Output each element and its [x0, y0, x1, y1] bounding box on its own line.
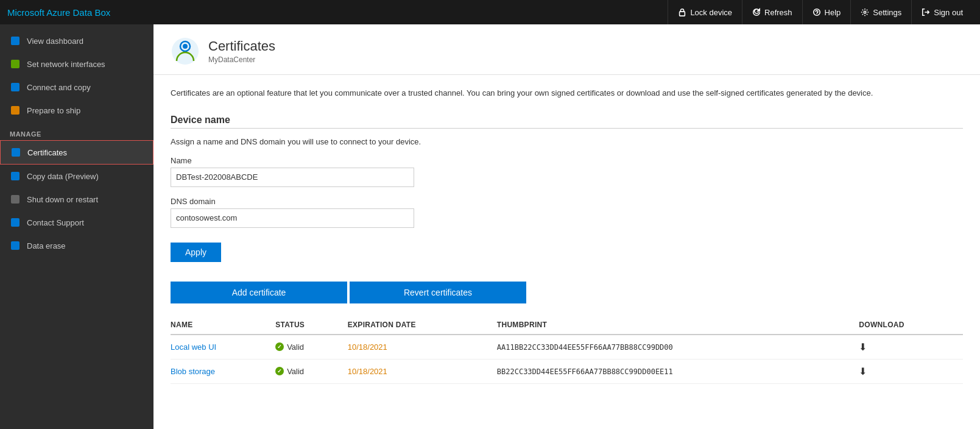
manage-section-label: MANAGE — [0, 122, 153, 140]
col-header-status: STATUS — [275, 316, 348, 335]
dns-input[interactable] — [171, 208, 414, 228]
status-text: Valid — [287, 342, 304, 352]
col-header-name: NAME — [171, 316, 275, 335]
sidebar-item-shutdown[interactable]: Shut down or restart — [0, 188, 153, 211]
help-button[interactable]: Help — [803, 0, 851, 24]
svg-point-5 — [183, 44, 188, 49]
sidebar-item-data-erase[interactable]: Data erase — [0, 234, 153, 257]
connect-icon — [10, 82, 21, 93]
col-header-expiry: EXPIRATION DATE — [348, 316, 497, 335]
page-title: Certificates — [208, 38, 275, 54]
page-description: Certificates are an optional feature tha… — [171, 87, 901, 100]
signout-button[interactable]: Sign out — [912, 0, 973, 24]
cert-thumbprint-cell: AA11BB22CC33DD44EE55FF66AA77BB88CC99DD00 — [497, 335, 859, 360]
page-icon — [171, 37, 200, 66]
table-row: Blob storage Valid 10/18/2021 BB22CC33DD… — [171, 359, 963, 383]
cert-expiry-cell: 10/18/2021 — [348, 335, 497, 360]
sidebar-item-connect-copy[interactable]: Connect and copy — [0, 76, 153, 99]
topbar-actions: Lock device Refresh Help Settings Sign o… — [668, 0, 973, 24]
device-name-subtitle: Assign a name and DNS domain you will us… — [171, 137, 963, 146]
revert-certificates-button[interactable]: Revert certificates — [350, 282, 526, 303]
download-button[interactable]: ⬇ — [859, 342, 867, 352]
cert-download-cell: ⬇ — [859, 359, 963, 383]
sidebar: View dashboard Set network interfaces Co… — [0, 24, 153, 429]
thumbprint-value: AA11BB22CC33DD44EE55FF66AA77BB88CC99DD00 — [497, 343, 673, 352]
cert-expiry-cell: 10/18/2021 — [348, 359, 497, 383]
sidebar-item-certificates[interactable]: Certificates — [0, 140, 153, 165]
erase-icon — [10, 240, 21, 251]
apply-button[interactable]: Apply — [171, 243, 221, 262]
name-label: Name — [171, 156, 963, 165]
name-input[interactable] — [171, 168, 414, 187]
cert-thumbprint-cell: BB22CC33DD44EE55FF66AA77BB88CC99DD00EE11 — [497, 359, 859, 383]
cert-actions: Add certificate Revert certificates — [171, 282, 963, 303]
sidebar-item-view-dashboard[interactable]: View dashboard — [0, 29, 153, 52]
section-divider — [171, 128, 963, 129]
cert-icon — [10, 147, 21, 158]
dns-field-group: DNS domain — [171, 197, 963, 228]
expiry-date: 10/18/2021 — [348, 342, 387, 352]
download-button[interactable]: ⬇ — [859, 366, 867, 377]
svg-rect-0 — [680, 12, 685, 16]
page-title-group: Certificates MyDataCenter — [208, 38, 275, 64]
status-text: Valid — [287, 367, 304, 376]
table-row: Local web UI Valid 10/18/2021 AA11BB22CC… — [171, 335, 963, 360]
name-field-group: Name — [171, 156, 963, 187]
certificates-table: NAME STATUS EXPIRATION DATE THUMBPRINT D… — [171, 316, 963, 384]
dashboard-icon — [10, 35, 21, 46]
svg-point-1 — [813, 9, 820, 16]
cert-name-link[interactable]: Local web UI — [171, 342, 216, 352]
cert-status-cell: Valid — [275, 359, 348, 383]
device-name-section: Device name Assign a name and DNS domain… — [171, 115, 963, 282]
status-dot — [275, 367, 284, 375]
ship-icon — [10, 105, 21, 116]
page-subtitle: MyDataCenter — [208, 55, 275, 64]
main-layout: View dashboard Set network interfaces Co… — [0, 24, 980, 429]
sidebar-item-contact-support[interactable]: Contact Support — [0, 211, 153, 234]
refresh-button[interactable]: Refresh — [742, 0, 803, 24]
network-icon — [10, 58, 21, 69]
table-header-row: NAME STATUS EXPIRATION DATE THUMBPRINT D… — [171, 316, 963, 335]
lock-device-button[interactable]: Lock device — [668, 0, 742, 24]
cert-download-cell: ⬇ — [859, 335, 963, 360]
app-title: Microsoft Azure Data Box — [7, 7, 668, 18]
support-icon — [10, 217, 21, 228]
copy-data-icon — [10, 171, 21, 182]
device-name-title: Device name — [171, 115, 963, 126]
col-header-thumbprint: THUMBPRINT — [497, 316, 859, 335]
col-header-download: DOWNLOAD — [859, 316, 963, 335]
cert-status-cell: Valid — [275, 335, 348, 360]
cert-name-cell: Local web UI — [171, 335, 275, 360]
svg-point-2 — [864, 11, 867, 13]
settings-button[interactable]: Settings — [851, 0, 912, 24]
content-body: Certificates are an optional feature tha… — [153, 75, 980, 396]
topbar: Microsoft Azure Data Box Lock device Ref… — [0, 0, 980, 24]
certificates-section: Add certificate Revert certificates NAME… — [171, 282, 963, 384]
add-certificate-button[interactable]: Add certificate — [171, 282, 347, 303]
status-valid: Valid — [275, 342, 340, 352]
status-dot — [275, 342, 284, 351]
dns-label: DNS domain — [171, 197, 963, 206]
sidebar-item-set-network[interactable]: Set network interfaces — [0, 52, 153, 76]
cert-name-link[interactable]: Blob storage — [171, 367, 215, 376]
expiry-date: 10/18/2021 — [348, 367, 387, 376]
content-area: Certificates MyDataCenter Certificates a… — [153, 24, 980, 429]
cert-name-cell: Blob storage — [171, 359, 275, 383]
shutdown-icon — [10, 194, 21, 205]
page-header: Certificates MyDataCenter — [153, 24, 980, 75]
sidebar-item-prepare-ship[interactable]: Prepare to ship — [0, 99, 153, 122]
thumbprint-value: BB22CC33DD44EE55FF66AA77BB88CC99DD00EE11 — [497, 367, 673, 376]
status-valid: Valid — [275, 367, 340, 376]
sidebar-item-copy-data[interactable]: Copy data (Preview) — [0, 165, 153, 188]
